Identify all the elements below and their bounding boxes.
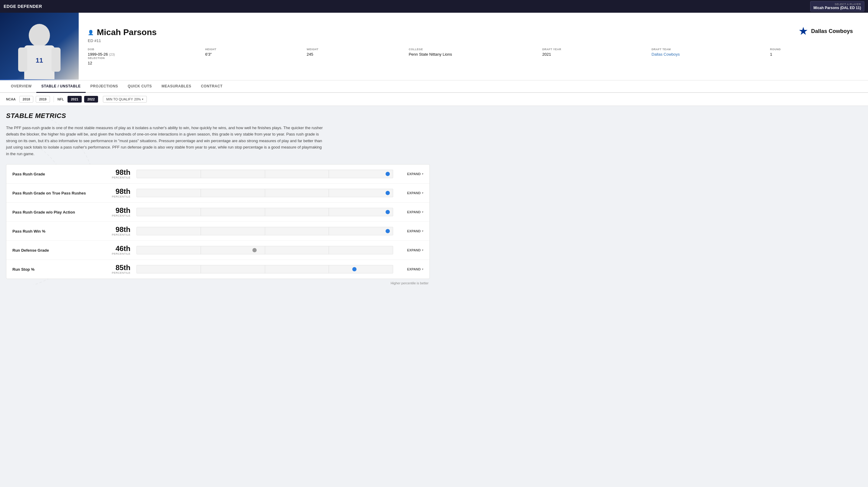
- bar-seg-4: [329, 227, 393, 235]
- metric-bar-0: [136, 170, 393, 178]
- metric-row: Pass Rush Win % 98th PERCENTILE EXPAND ▾: [6, 222, 430, 241]
- team-name: Dallas Cowboys: [811, 28, 853, 34]
- bar-seg-4: [329, 170, 393, 178]
- stable-metrics-description: The PFF pass-rush grade is one of the mo…: [6, 125, 324, 157]
- bar-seg-4: [329, 189, 393, 197]
- player-icon: 👤: [88, 30, 94, 35]
- metric-row: Run Defense Grade 46th PERCENTILE EXPAND…: [6, 241, 430, 260]
- stat-college-label: COLLEGE: [409, 48, 530, 51]
- bar-seg-3: [265, 227, 329, 235]
- expand-label-5: EXPAND: [407, 267, 421, 271]
- metric-expand-1[interactable]: EXPAND ▾: [399, 191, 424, 195]
- bar-seg-3: [265, 189, 329, 197]
- metric-expand-3[interactable]: EXPAND ▾: [399, 229, 424, 233]
- bar-seg-3: [265, 208, 329, 216]
- metric-percentile-4: 46th PERCENTILE: [103, 245, 130, 255]
- stat-weight-value: 245: [307, 52, 313, 57]
- stat-draft-year-value: 2021: [542, 52, 551, 57]
- metric-name-1: Pass Rush Grade on True Pass Rushes: [12, 191, 97, 195]
- stable-metrics-title: STABLE METRICS: [6, 112, 430, 120]
- metric-bar-1: [136, 189, 393, 197]
- bar-dot-2: [385, 210, 390, 214]
- player-position: ED #11: [88, 38, 859, 43]
- min-qualify-button[interactable]: MIN TO QUALIFY 20% ▾: [103, 96, 147, 102]
- bar-seg-2: [201, 170, 265, 178]
- stat-college: COLLEGE Penn State Nittany Lions: [409, 48, 530, 57]
- metric-percentile-2: 98th PERCENTILE: [103, 207, 130, 217]
- team-star-icon: ★: [798, 25, 808, 37]
- stat-round-value: 1: [770, 52, 772, 57]
- stat-dob: DOB 1999-05-26 (23): [88, 48, 193, 57]
- metrics-section: STABLE METRICS The PFF pass-rush grade i…: [6, 112, 430, 285]
- bar-seg-4: [329, 246, 393, 254]
- tab-contract[interactable]: CONTRACT: [196, 80, 227, 93]
- select-player-label: SELECT A PLAYER: [813, 3, 861, 6]
- chevron-down-icon: ▾: [142, 98, 144, 101]
- stat-dob-label: DOB: [88, 48, 193, 51]
- svg-rect-4: [52, 47, 61, 72]
- bar-seg-1: [137, 265, 201, 273]
- stat-selection: SELECTION12: [88, 57, 193, 65]
- expand-label-0: EXPAND: [407, 172, 421, 176]
- tab-stable-unstable[interactable]: STABLE / UNSTABLE: [36, 80, 85, 93]
- filter-2021[interactable]: 2021: [67, 96, 82, 102]
- metric-row: Pass Rush Grade on True Pass Rushes 98th…: [6, 184, 430, 203]
- svg-text:11: 11: [36, 57, 43, 64]
- chevron-down-icon: ▾: [422, 192, 424, 195]
- metric-expand-5[interactable]: EXPAND ▾: [399, 267, 424, 271]
- player-stats-grid: DOB 1999-05-26 (23) HEIGHT 6'3" WEIGHT 2…: [88, 48, 859, 65]
- filter-divider: [54, 96, 54, 102]
- filter-2019[interactable]: 2019: [36, 96, 50, 102]
- metric-percentile-1: 98th PERCENTILE: [103, 188, 130, 198]
- player-name: Micah Parsons: [97, 28, 157, 37]
- bar-seg-2: [201, 208, 265, 216]
- metric-percentile-3: 98th PERCENTILE: [103, 226, 130, 236]
- svg-point-1: [29, 24, 50, 47]
- chevron-down-icon: ▾: [422, 268, 424, 271]
- expand-label-2: EXPAND: [407, 210, 421, 214]
- bar-dot-1: [385, 191, 390, 195]
- bar-seg-1: [137, 246, 201, 254]
- stat-weight: WEIGHT 245: [307, 48, 397, 57]
- metric-bar-2: [136, 208, 393, 216]
- metric-row: Pass Rush Grade 98th PERCENTILE EXPAND ▾: [6, 165, 430, 184]
- player-info: 👤 Micah Parsons ED #11 DOB 1999-05-26 (2…: [79, 13, 868, 80]
- metric-bar-4: [136, 246, 393, 254]
- stat-draft-year: DRAFT YEAR 2021: [542, 48, 640, 57]
- stat-draft-team-value[interactable]: Dallas Cowboys: [652, 52, 680, 57]
- metric-expand-4[interactable]: EXPAND ▾: [399, 248, 424, 252]
- player-header: 11 👤 Micah Parsons ED #11 DOB 1999-05-26…: [0, 13, 868, 80]
- nfl-label: NFL: [58, 97, 64, 101]
- page-title: EDGE DEFENDER: [4, 4, 42, 9]
- bar-seg-1: [137, 189, 201, 197]
- stat-draft-team: DRAFT TEAM Dallas Cowboys: [652, 48, 758, 57]
- tab-quick-cuts[interactable]: QUICK CUTS: [123, 80, 157, 93]
- filter-2018[interactable]: 2018: [19, 96, 33, 102]
- stat-height-value: 6'3": [205, 52, 212, 57]
- filter-2022[interactable]: 2022: [84, 96, 98, 102]
- chevron-down-icon: ▾: [422, 210, 424, 214]
- select-player-box[interactable]: SELECT A PLAYER Micah Parsons (DAL ED 11…: [810, 1, 864, 11]
- stat-dob-value: 1999-05-26 (23): [88, 52, 115, 57]
- nav-tabs: OVERVIEW STABLE / UNSTABLE PROJECTIONS Q…: [0, 80, 868, 93]
- min-qualify-label: MIN TO QUALIFY: [106, 97, 133, 101]
- bar-seg-1: [137, 208, 201, 216]
- bar-seg-1: [137, 170, 201, 178]
- metric-row: Pass Rush Grade w/o Play Action 98th PER…: [6, 203, 430, 222]
- top-bar: EDGE DEFENDER SELECT A PLAYER Micah Pars…: [0, 0, 868, 13]
- tab-overview[interactable]: OVERVIEW: [6, 80, 36, 93]
- min-qualify-value: 20%: [134, 97, 141, 101]
- bar-dot-3: [385, 229, 390, 233]
- expand-label-4: EXPAND: [407, 248, 421, 252]
- footnote: Higher percentile is better: [6, 281, 430, 285]
- tab-measurables[interactable]: MEASURABLES: [157, 80, 196, 93]
- metric-row: Run Stop % 85th PERCENTILE EXPAND ▾: [6, 260, 430, 279]
- metric-expand-0[interactable]: EXPAND ▾: [399, 172, 424, 176]
- stat-round: ROUND 1: [770, 48, 859, 57]
- metric-expand-2[interactable]: EXPAND ▾: [399, 210, 424, 214]
- player-photo: 11: [0, 13, 79, 79]
- tab-projections[interactable]: PROJECTIONS: [86, 80, 123, 93]
- metric-bar-3: [136, 227, 393, 235]
- metric-percentile-0: 98th PERCENTILE: [103, 169, 130, 179]
- bar-seg-3: [265, 265, 329, 273]
